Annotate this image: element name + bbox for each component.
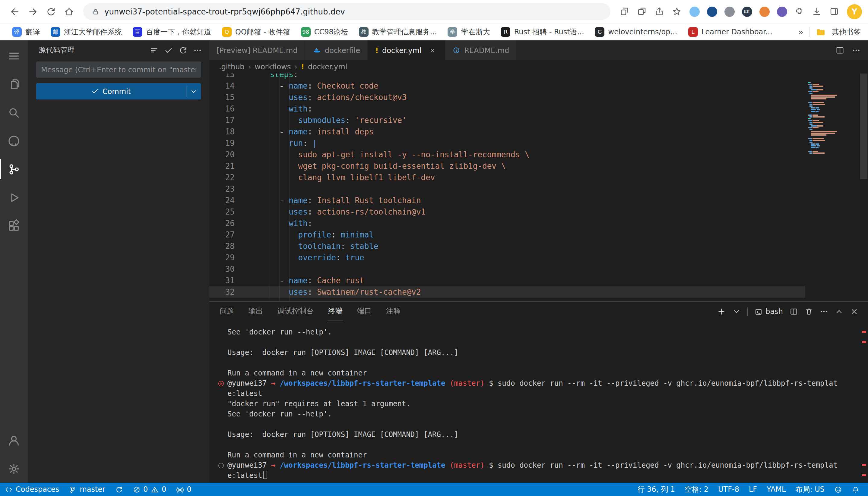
panel-tab[interactable]: 终端 bbox=[328, 302, 343, 321]
refresh-icon[interactable] bbox=[177, 44, 189, 56]
bookmark-item[interactable]: LLearner Dashboar... bbox=[683, 25, 777, 38]
editor-tab[interactable]: README.md bbox=[445, 41, 517, 60]
collections-icon[interactable] bbox=[616, 4, 632, 19]
github-icon[interactable] bbox=[0, 127, 28, 155]
editor-tab[interactable]: dockerfile bbox=[305, 41, 368, 60]
editor-tab[interactable]: !docker.yml bbox=[368, 41, 445, 60]
bookmark-label: 百度一下，你就知道 bbox=[146, 27, 211, 37]
more-actions-icon[interactable] bbox=[191, 44, 203, 56]
extensions-puzzle-icon[interactable] bbox=[791, 4, 807, 19]
branch-indicator[interactable]: master bbox=[64, 483, 110, 496]
maximize-panel-icon[interactable] bbox=[835, 307, 843, 316]
explorer-icon[interactable] bbox=[0, 70, 28, 98]
back-button[interactable] bbox=[6, 3, 23, 20]
kill-terminal-icon[interactable] bbox=[805, 307, 813, 316]
editor-more-icon[interactable] bbox=[852, 46, 861, 55]
terminal-shell-select[interactable]: bash bbox=[754, 307, 783, 316]
extension-grid-icon[interactable] bbox=[774, 4, 790, 19]
bookmark-item[interactable]: 译翻译 bbox=[7, 25, 45, 39]
sync-indicator[interactable] bbox=[110, 483, 128, 496]
editor-tab[interactable]: [Preview] README.md bbox=[209, 41, 305, 60]
split-editor-icon[interactable] bbox=[835, 46, 844, 55]
bookmark-item[interactable]: 教教学管理信息服务... bbox=[354, 25, 442, 39]
close-panel-icon[interactable] bbox=[850, 307, 858, 316]
bookmarks-overflow-icon[interactable]: » bbox=[798, 27, 804, 37]
panel-tab[interactable]: 问题 bbox=[219, 302, 235, 321]
panel-tab[interactable]: 端口 bbox=[357, 302, 372, 321]
extension-cursor-icon[interactable] bbox=[757, 4, 772, 19]
encoding[interactable]: UTF-8 bbox=[713, 483, 744, 496]
favorite-star-icon[interactable] bbox=[669, 4, 685, 19]
other-bookmarks-label[interactable]: 其他书签 bbox=[832, 27, 861, 37]
downloads-icon[interactable] bbox=[809, 4, 825, 19]
commit-message-input[interactable] bbox=[36, 61, 201, 78]
bookmark-item[interactable]: 邮浙江大学邮件系统 bbox=[46, 25, 127, 39]
new-terminal-icon[interactable] bbox=[717, 307, 725, 316]
eol[interactable]: LF bbox=[744, 483, 762, 496]
extension-lt-icon[interactable]: LT bbox=[739, 4, 754, 19]
feedback-icon[interactable] bbox=[829, 483, 847, 496]
split-screen-icon[interactable] bbox=[826, 4, 842, 19]
panel-tab[interactable]: 调试控制台 bbox=[277, 302, 314, 321]
code-line: 27 profile: minimal bbox=[209, 229, 805, 241]
breadcrumb[interactable]: .github›workflows›!docker.yml bbox=[209, 60, 868, 74]
code-line: 31 - name: Cache rust bbox=[209, 275, 805, 286]
terminal-dropdown-icon[interactable] bbox=[732, 307, 741, 316]
code-editor[interactable]: 13 steps:14 - name: Checkout code15 uses… bbox=[209, 74, 868, 301]
language-mode[interactable]: YAML bbox=[762, 483, 791, 496]
editor-tab-bar: [Preview] README.mddockerfile!docker.yml… bbox=[209, 41, 868, 60]
bookmark-item[interactable]: 百百度一下，你就知道 bbox=[128, 25, 216, 39]
indentation[interactable]: 空格: 2 bbox=[680, 483, 713, 496]
line-number: 21 bbox=[209, 160, 248, 172]
run-debug-icon[interactable] bbox=[0, 183, 28, 212]
profile-avatar[interactable]: Y bbox=[847, 4, 862, 19]
bookmark-item[interactable]: QQQ邮箱 - 收件箱 bbox=[217, 25, 295, 39]
problems-indicator[interactable]: 00 bbox=[128, 483, 171, 496]
extension-translate-icon[interactable] bbox=[686, 4, 702, 19]
bookmark-item[interactable]: RRust 招聘 - Rust语... bbox=[496, 25, 589, 39]
minimap[interactable] bbox=[805, 75, 859, 301]
panel: 问题输出调试控制台终端端口注释 bash See 'docker run --h… bbox=[209, 301, 868, 483]
bookmark-item[interactable]: 学学在浙大 bbox=[443, 25, 495, 39]
reload-button[interactable] bbox=[42, 3, 59, 20]
remote-indicator[interactable]: Codespaces bbox=[0, 483, 64, 496]
share-icon[interactable] bbox=[652, 4, 667, 19]
close-tab-icon[interactable] bbox=[428, 46, 437, 55]
bookmark-item[interactable]: 98CC98论坛 bbox=[296, 25, 353, 39]
cursor-position[interactable]: 行 36, 列 1 bbox=[633, 483, 680, 496]
line-number: 18 bbox=[209, 126, 248, 137]
terminal-error-mark bbox=[862, 331, 866, 333]
sidebar-header: 源代码管理 bbox=[28, 41, 209, 60]
account-icon[interactable] bbox=[0, 426, 28, 454]
commit-dropdown-icon[interactable] bbox=[186, 83, 201, 99]
source-control-icon[interactable] bbox=[0, 155, 28, 183]
panel-tab[interactable]: 注释 bbox=[386, 302, 401, 321]
terminal[interactable]: See 'docker run --help'.Usage: docker ru… bbox=[209, 321, 868, 483]
split-terminal-icon[interactable] bbox=[790, 307, 798, 316]
extension-shield-icon[interactable] bbox=[704, 4, 720, 19]
extension-tabs-icon[interactable] bbox=[721, 4, 737, 19]
panel-tab[interactable]: 输出 bbox=[248, 302, 264, 321]
notifications-icon[interactable] bbox=[847, 483, 864, 496]
commit-check-icon[interactable] bbox=[162, 44, 174, 56]
home-button[interactable] bbox=[60, 3, 77, 20]
menu-icon[interactable] bbox=[0, 42, 28, 70]
breadcrumb-segment[interactable]: workflows bbox=[255, 63, 291, 71]
extensions-icon[interactable] bbox=[0, 212, 28, 240]
code-line: 22 clang llvm libelf1 libelf-dev bbox=[209, 172, 805, 183]
view-sort-icon[interactable] bbox=[148, 44, 160, 56]
open-in-window-icon[interactable] bbox=[634, 4, 650, 19]
keyboard-layout[interactable]: 布局: US bbox=[791, 483, 829, 496]
editor-scrollbar[interactable] bbox=[859, 74, 868, 301]
forward-button[interactable] bbox=[24, 3, 41, 20]
breadcrumb-file[interactable]: docker.yml bbox=[308, 63, 347, 71]
status-label: 0 bbox=[187, 485, 192, 494]
address-bar[interactable]: yunwei37-potential-space-trout-rpr5qwj66… bbox=[83, 3, 611, 20]
bookmark-item[interactable]: Gweloveinterns/op... bbox=[590, 25, 682, 38]
ports-indicator[interactable]: 0 bbox=[171, 483, 196, 496]
settings-gear-icon[interactable] bbox=[0, 454, 28, 483]
commit-button[interactable]: Commit bbox=[36, 83, 201, 99]
panel-more-icon[interactable] bbox=[820, 307, 828, 316]
breadcrumb-segment[interactable]: .github bbox=[219, 63, 244, 71]
search-icon[interactable] bbox=[0, 98, 28, 127]
